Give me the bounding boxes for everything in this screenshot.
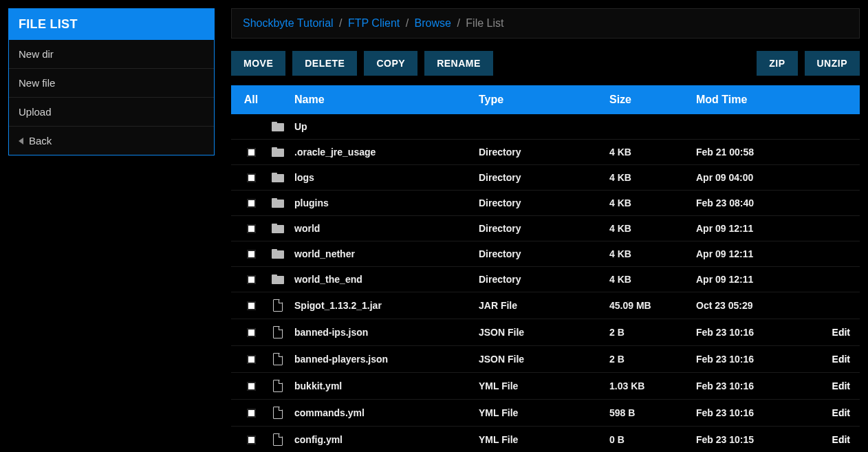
row-checkbox[interactable] (247, 301, 256, 310)
sidebar-title: FILE LIST (9, 9, 214, 40)
breadcrumb-link[interactable]: Shockbyte Tutorial (243, 17, 334, 29)
folder-icon (272, 198, 284, 208)
cell-size: 4 KB (609, 197, 696, 208)
row-checkbox[interactable] (247, 435, 256, 444)
header-mod-time[interactable]: Mod Time (696, 94, 820, 106)
cell-size: 4 KB (609, 248, 696, 259)
edit-link[interactable]: Edit (832, 380, 850, 391)
cell-mod-time: Apr 09 12:11 (696, 274, 820, 285)
folder-icon (272, 275, 284, 284)
table-row[interactable]: bukkit.ymlYML File1.03 KBFeb 23 10:16Edi… (231, 373, 860, 400)
header-name[interactable]: Name (290, 94, 479, 106)
row-checkbox[interactable] (247, 224, 256, 233)
row-checkbox[interactable] (247, 355, 256, 364)
table-row[interactable]: worldDirectory4 KBApr 09 12:11 (231, 216, 860, 241)
sidebar-item-label: New file (19, 77, 55, 89)
cell-type: Directory (479, 172, 609, 183)
cell-mod-time: Feb 23 10:16 (696, 354, 820, 365)
edit-link[interactable]: Edit (832, 407, 850, 418)
table-header-row: All Name Type Size Mod Time (231, 85, 860, 114)
move-button[interactable]: MOVE (231, 51, 285, 76)
header-size[interactable]: Size (609, 94, 696, 106)
table-row[interactable]: Spigot_1.13.2_1.jarJAR File45.09 MBOct 2… (231, 292, 860, 319)
cell-mod-time: Feb 23 10:16 (696, 380, 820, 391)
sidebar-item-label: Back (29, 135, 52, 147)
table-row[interactable]: world_the_endDirectory4 KBApr 09 12:11 (231, 267, 860, 292)
folder-icon (272, 122, 284, 131)
cell-mod-time: Oct 23 05:29 (696, 300, 820, 311)
breadcrumb-separator: / (336, 17, 345, 29)
cell-name[interactable]: plugins (290, 197, 479, 208)
table-row[interactable]: config.ymlYML File0 BFeb 23 10:15Edit (231, 427, 860, 452)
cell-size: 2 B (609, 354, 696, 365)
rename-button[interactable]: RENAME (424, 51, 493, 76)
table-row[interactable]: logsDirectory4 KBApr 09 04:00 (231, 165, 860, 191)
row-checkbox[interactable] (247, 173, 256, 182)
folder-icon (272, 224, 284, 233)
cell-mod-time: Feb 23 10:16 (696, 327, 820, 338)
row-checkbox[interactable] (247, 328, 256, 337)
sidebar-item-back[interactable]: Back (9, 127, 214, 155)
cell-mod-time: Apr 09 04:00 (696, 172, 820, 183)
breadcrumb-link[interactable]: Browse (415, 17, 451, 29)
cell-name[interactable]: world_the_end (290, 274, 479, 285)
row-checkbox[interactable] (247, 250, 256, 259)
cell-name[interactable]: commands.yml (290, 407, 479, 418)
sidebar-item-new-dir[interactable]: New dir (9, 40, 214, 69)
edit-link[interactable]: Edit (832, 434, 850, 445)
cell-name[interactable]: banned-ips.json (290, 327, 479, 338)
delete-button[interactable]: DELETE (292, 51, 357, 76)
row-checkbox[interactable] (247, 199, 256, 208)
copy-button[interactable]: COPY (364, 51, 417, 76)
file-icon (273, 433, 283, 446)
cell-size: 4 KB (609, 172, 696, 183)
cell-type: YML File (479, 407, 609, 418)
breadcrumb-separator: / (454, 17, 463, 29)
cell-size: 45.09 MB (609, 300, 696, 311)
breadcrumb-separator: / (402, 17, 411, 29)
cell-type: Directory (479, 248, 609, 259)
cell-name[interactable]: banned-players.json (290, 354, 479, 365)
cell-name[interactable]: logs (290, 172, 479, 183)
cell-size: 598 B (609, 407, 696, 418)
cell-type: Directory (479, 197, 609, 208)
sidebar-item-upload[interactable]: Upload (9, 98, 214, 127)
breadcrumb-link[interactable]: FTP Client (348, 17, 400, 29)
table-row[interactable]: .oracle_jre_usageDirectory4 KBFeb 21 00:… (231, 140, 860, 165)
cell-type: Directory (479, 147, 609, 158)
table-row[interactable]: pluginsDirectory4 KBFeb 23 08:40 (231, 191, 860, 216)
cell-type: Directory (479, 223, 609, 234)
cell-name[interactable]: config.yml (290, 434, 479, 445)
folder-icon (272, 173, 284, 182)
cell-name[interactable]: world (290, 223, 479, 234)
row-checkbox[interactable] (247, 148, 256, 157)
header-all[interactable]: All (237, 94, 265, 106)
sidebar-item-new-file[interactable]: New file (9, 69, 214, 98)
cell-name[interactable]: Spigot_1.13.2_1.jar (290, 300, 479, 311)
edit-link[interactable]: Edit (832, 327, 850, 338)
table-row[interactable]: world_netherDirectory4 KBApr 09 12:11 (231, 241, 860, 267)
cell-name[interactable]: bukkit.yml (290, 380, 479, 391)
sidebar-item-label: Upload (19, 106, 52, 118)
cell-name[interactable]: world_nether (290, 248, 479, 259)
edit-link[interactable]: Edit (832, 354, 850, 365)
arrow-left-icon (19, 138, 23, 144)
cell-mod-time: Apr 09 12:11 (696, 248, 820, 259)
row-up[interactable]: Up (231, 114, 860, 140)
row-checkbox[interactable] (247, 382, 256, 391)
cell-size: 0 B (609, 434, 696, 445)
zip-button[interactable]: ZIP (757, 51, 797, 76)
table-row[interactable]: banned-players.jsonJSON File2 BFeb 23 10… (231, 346, 860, 373)
folder-icon (272, 249, 284, 259)
row-checkbox[interactable] (247, 409, 256, 418)
cell-name[interactable]: .oracle_jre_usage (290, 147, 479, 158)
unzip-button[interactable]: UNZIP (805, 51, 860, 76)
cell-size: 4 KB (609, 147, 696, 158)
cell-type: Directory (479, 274, 609, 285)
header-type[interactable]: Type (479, 94, 609, 106)
row-checkbox[interactable] (247, 275, 256, 284)
up-label[interactable]: Up (290, 121, 479, 132)
table-row[interactable]: banned-ips.jsonJSON File2 BFeb 23 10:16E… (231, 319, 860, 346)
table-row[interactable]: commands.ymlYML File598 BFeb 23 10:16Edi… (231, 400, 860, 427)
cell-mod-time: Feb 21 00:58 (696, 147, 820, 158)
